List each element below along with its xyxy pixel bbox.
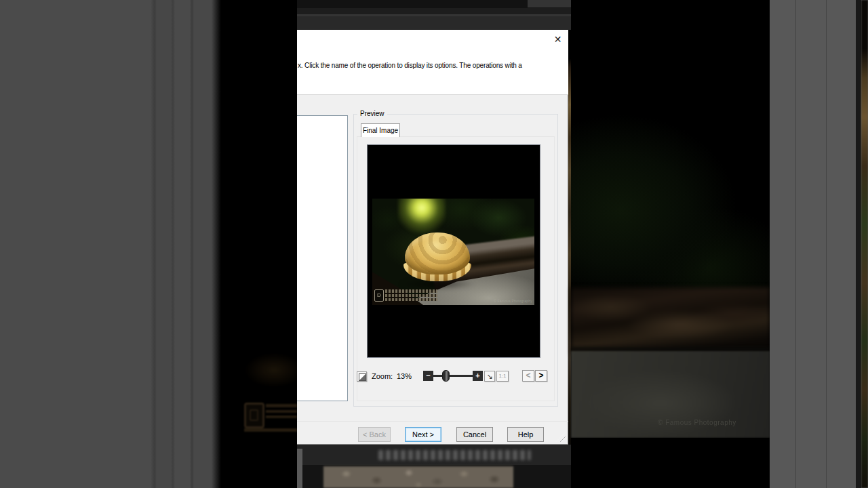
cancel-button[interactable]: Cancel bbox=[456, 427, 493, 442]
wizard-dialog: ✕ x. Click the name of the operation to … bbox=[297, 30, 568, 445]
resize-grip[interactable] bbox=[555, 432, 566, 442]
left-pillarbox bbox=[0, 0, 297, 488]
preview-group-label: Preview bbox=[357, 110, 387, 117]
video-frame: ✕ x. Click the name of the operation to … bbox=[0, 0, 868, 488]
next-image-button[interactable]: > bbox=[535, 370, 547, 382]
gravel-thumbnail[interactable] bbox=[323, 466, 513, 488]
zoom-slider-thumb[interactable] bbox=[442, 370, 450, 382]
preview-toggle-button[interactable] bbox=[357, 371, 367, 382]
background-watermark bbox=[236, 363, 297, 445]
next-button[interactable]: Next > bbox=[405, 427, 441, 442]
background-watermark-logo bbox=[244, 403, 264, 428]
zoom-slider-track[interactable] bbox=[433, 375, 473, 377]
preview-image-frame[interactable]: D © Famous Photography bbox=[367, 144, 540, 358]
photo-watermark: D bbox=[374, 289, 439, 302]
photo-watermark-logo: D bbox=[374, 289, 384, 302]
right-backdrop-photo: © Famous Photography bbox=[571, 0, 770, 488]
close-icon[interactable]: ✕ bbox=[552, 34, 564, 45]
scrollbar-strip[interactable] bbox=[297, 449, 302, 488]
instruction-text: x. Click the name of the operation to di… bbox=[298, 61, 528, 70]
background-watermark-blob bbox=[229, 343, 304, 397]
blurred-caption bbox=[378, 450, 531, 460]
backdrop-log bbox=[571, 287, 770, 355]
left-pillarbox-stripes bbox=[151, 0, 218, 488]
operations-listbox[interactable] bbox=[297, 115, 348, 401]
right-edge-texture bbox=[861, 0, 868, 488]
tab-final-image[interactable]: Final Image bbox=[361, 123, 400, 137]
photo-copyright-text: © Famous Photography bbox=[494, 299, 532, 303]
zoom-value: 13% bbox=[397, 372, 412, 380]
previous-image-button[interactable]: < bbox=[522, 370, 534, 382]
app-title-bar bbox=[297, 0, 571, 30]
backdrop-copyright-text: © Famous Photography bbox=[658, 419, 736, 426]
preview-photo: D © Famous Photography bbox=[372, 199, 534, 305]
dialog-header: ✕ x. Click the name of the operation to … bbox=[297, 30, 568, 95]
video-column: ✕ x. Click the name of the operation to … bbox=[297, 0, 571, 488]
help-button[interactable]: Help bbox=[507, 427, 544, 442]
backdrop-foliage bbox=[571, 54, 770, 305]
zoom-in-button[interactable]: + bbox=[473, 371, 483, 381]
back-button[interactable]: < Back bbox=[358, 427, 391, 442]
button-row-divider bbox=[297, 421, 568, 422]
zoom-label: Zoom: bbox=[372, 372, 393, 380]
app-area-below-dialog bbox=[297, 445, 571, 488]
right-gray-panel bbox=[770, 0, 868, 488]
split-square-icon bbox=[359, 373, 366, 381]
zoom-out-button[interactable]: − bbox=[423, 371, 433, 381]
photo-mushroom bbox=[403, 232, 471, 289]
actual-size-button[interactable]: 1:1 bbox=[496, 371, 509, 382]
left-pillarbox-fade bbox=[212, 0, 221, 488]
fit-image-button[interactable]: ↘ bbox=[484, 371, 495, 382]
